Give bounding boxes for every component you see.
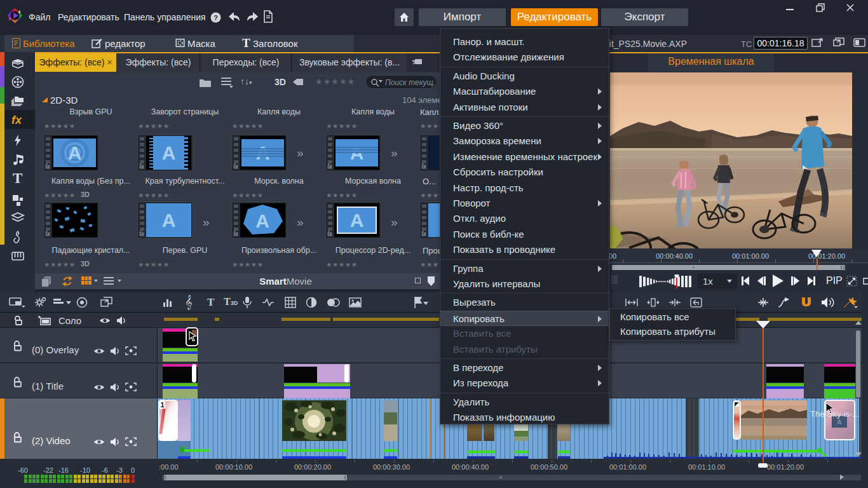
svg-text:A: A [255, 210, 269, 231]
svg-text:?: ? [214, 14, 218, 22]
